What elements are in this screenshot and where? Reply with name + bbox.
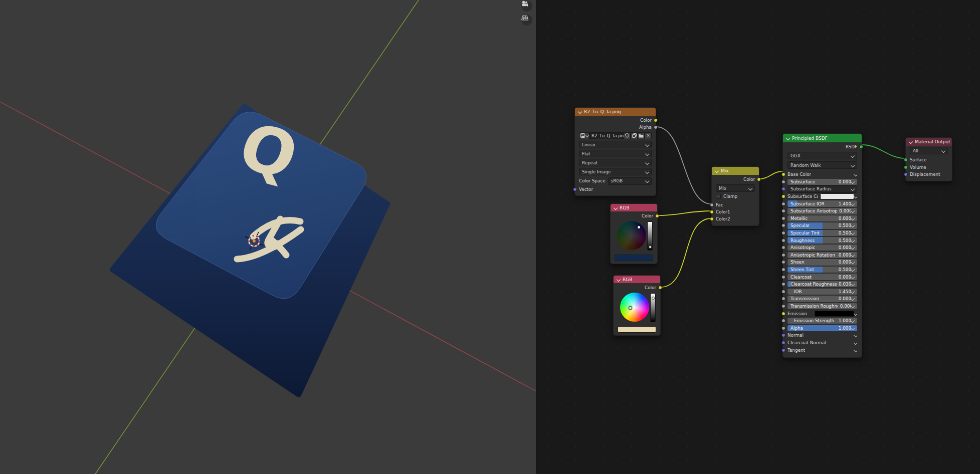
property-widget[interactable]: Metallic 0.000 <box>788 215 857 222</box>
socket-alpha-out[interactable] <box>654 125 658 129</box>
socket-bsdf-out[interactable] <box>859 145 863 149</box>
collapse-icon[interactable] <box>617 277 621 281</box>
property-widget[interactable]: Roughness 0.500 <box>788 237 857 244</box>
property-widget[interactable]: Subsurface Colo <box>788 193 857 200</box>
source-dropdown[interactable]: Single Image <box>579 168 652 175</box>
node-header[interactable]: Mix <box>712 167 759 175</box>
input-socket[interactable] <box>781 341 786 345</box>
subsurface-method-dropdown[interactable]: Random Walk <box>788 161 857 169</box>
image-name-field[interactable]: R2_1u_Q_Ta.png <box>590 132 624 139</box>
node-header[interactable]: R2_1u_Q_Ta.png <box>575 108 656 116</box>
input-socket[interactable] <box>781 326 786 330</box>
node-header[interactable]: RGB <box>611 204 657 211</box>
property-widget[interactable]: Specular 0.500 <box>788 222 857 229</box>
input-socket[interactable] <box>781 223 786 227</box>
node-header[interactable]: Principled BSDF <box>783 134 862 142</box>
property-widget[interactable]: Emission <box>788 310 857 317</box>
input-socket[interactable] <box>781 260 786 264</box>
socket-color-out[interactable] <box>658 286 662 290</box>
property-widget[interactable]: Subsurface Radius <box>788 185 857 193</box>
input-socket[interactable] <box>904 158 908 162</box>
node-principled-bsdf[interactable]: Principled BSDF BSDF GGX Random Walk <box>782 133 862 358</box>
property-widget[interactable]: Alpha 1.000 <box>788 325 857 332</box>
property-widget[interactable]: Clearcoat Roughness 0.030 <box>788 281 857 288</box>
socket-color-out[interactable] <box>757 177 761 181</box>
node-rgb-dark[interactable]: RGB Color <box>610 203 658 264</box>
socket-vector-in[interactable] <box>573 187 577 191</box>
interpolation-dropdown[interactable]: Linear <box>579 141 652 148</box>
collapse-icon[interactable] <box>786 136 790 140</box>
viewport-3d[interactable]: Q <box>0 0 536 474</box>
node-material-output[interactable]: Material Output All Surface <box>905 137 952 181</box>
collapse-icon[interactable] <box>909 140 913 144</box>
value-slider[interactable] <box>647 221 653 251</box>
input-socket[interactable] <box>781 253 786 257</box>
input-socket[interactable] <box>710 217 714 221</box>
input-socket[interactable] <box>781 290 786 294</box>
input-socket[interactable] <box>781 202 786 206</box>
input-socket[interactable] <box>781 246 786 250</box>
input-socket[interactable] <box>781 282 786 286</box>
property-widget[interactable]: Tangent <box>788 347 857 353</box>
input-socket[interactable] <box>781 348 786 352</box>
input-socket[interactable] <box>781 187 786 191</box>
input-socket[interactable] <box>781 319 786 323</box>
socket-color-out[interactable] <box>654 118 658 122</box>
new-copy-button[interactable] <box>631 132 638 139</box>
property-widget[interactable]: Anisotropic 0.000 <box>788 245 857 251</box>
node-image-texture[interactable]: R2_1u_Q_Ta.png Color Alpha <box>574 107 656 196</box>
input-socket[interactable] <box>781 239 786 243</box>
camera-view-gizmo[interactable] <box>521 1 532 12</box>
property-widget[interactable]: Sheen 0.000 <box>788 259 857 266</box>
property-widget[interactable]: Subsurface 0.000 <box>788 179 857 185</box>
input-socket[interactable] <box>781 333 786 337</box>
keycap-object[interactable]: Q <box>112 106 387 395</box>
extension-dropdown[interactable]: Repeat <box>579 159 652 166</box>
input-socket[interactable] <box>781 231 786 235</box>
image-browse-button[interactable] <box>579 132 590 139</box>
shader-node-editor[interactable]: R2_1u_Q_Ta.png Color Alpha <box>536 0 980 474</box>
socket-color-out[interactable] <box>655 214 659 218</box>
property-widget[interactable]: Anisotropic Rotation 0.000 <box>788 252 857 259</box>
property-widget[interactable]: Clearcoat Normal <box>788 340 857 346</box>
input-socket[interactable] <box>781 216 786 220</box>
target-dropdown[interactable]: All <box>910 147 948 154</box>
input-socket[interactable] <box>710 210 714 214</box>
input-socket[interactable] <box>781 194 786 198</box>
color-space-dropdown[interactable]: sRGB <box>608 177 652 185</box>
input-socket[interactable] <box>904 172 908 176</box>
property-widget[interactable]: Clearcoat 0.000 <box>788 274 857 280</box>
color-wheel[interactable] <box>620 293 649 322</box>
distribution-dropdown[interactable]: GGX <box>788 152 857 159</box>
input-socket[interactable] <box>781 275 786 279</box>
input-socket[interactable] <box>781 209 786 213</box>
color-swatch[interactable] <box>820 193 854 199</box>
property-widget[interactable]: Sheen Tint 0.500 <box>788 267 857 273</box>
value-slider-handle[interactable] <box>649 246 652 249</box>
input-socket[interactable] <box>904 165 908 169</box>
node-mix[interactable]: Mix Color Mix Clamp <box>711 166 759 226</box>
collapse-icon[interactable] <box>578 110 582 114</box>
collapse-icon[interactable] <box>614 205 618 209</box>
fake-user-button[interactable] <box>624 132 631 139</box>
input-socket[interactable] <box>781 304 786 308</box>
wheel-cursor[interactable] <box>629 306 632 310</box>
input-socket[interactable] <box>781 312 786 316</box>
property-widget[interactable]: Transmission Roughness 0.000 <box>788 303 857 310</box>
color-swatch[interactable] <box>815 311 854 317</box>
property-widget[interactable]: Normal <box>788 332 857 339</box>
grid-floor-gizmo[interactable] <box>521 15 532 26</box>
collapse-icon[interactable] <box>715 169 719 173</box>
color-swatch[interactable] <box>615 255 653 261</box>
node-header[interactable]: RGB <box>614 276 660 283</box>
property-widget[interactable]: Transmission 0.000 <box>788 296 857 302</box>
property-widget[interactable]: Subsurface Anisotropy 0.000 <box>788 208 857 214</box>
node-header[interactable]: Material Output <box>906 138 952 146</box>
property-widget[interactable]: Emission Strength 1.000 <box>788 318 857 324</box>
value-slider[interactable] <box>650 293 656 322</box>
blend-mode-dropdown[interactable]: Mix <box>716 184 755 192</box>
value-slider-handle[interactable] <box>652 297 655 300</box>
input-socket[interactable] <box>710 203 714 207</box>
projection-dropdown[interactable]: Flat <box>579 150 652 157</box>
input-socket[interactable] <box>781 180 786 184</box>
